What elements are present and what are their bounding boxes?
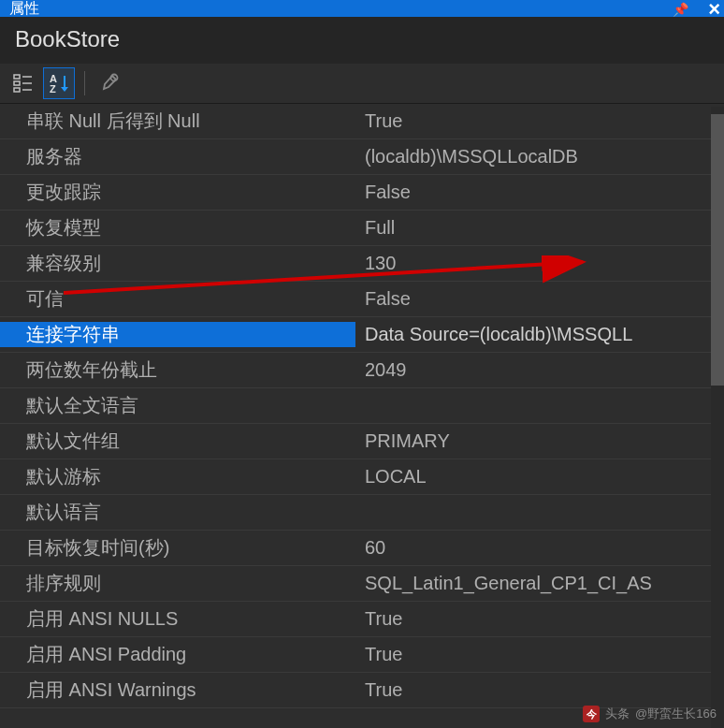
svg-rect-2 [14, 88, 20, 92]
property-row[interactable]: 可信False [0, 282, 724, 317]
toolbar-separator [84, 71, 85, 95]
property-row[interactable]: 恢复模型Full [0, 211, 724, 246]
property-value[interactable]: True [355, 110, 724, 132]
property-name: 目标恢复时间(秒) [0, 535, 355, 561]
property-name: 兼容级别 [0, 251, 355, 276]
property-value[interactable]: 130 [355, 253, 724, 274]
property-name: 默认游标 [0, 464, 355, 489]
property-row[interactable]: 启用 ANSI NULLSTrue [0, 602, 724, 637]
watermark-author: @野蛮生长166 [635, 706, 717, 722]
property-name: 恢复模型 [0, 215, 355, 240]
property-name: 更改跟踪 [0, 180, 355, 205]
svg-rect-1 [14, 81, 20, 85]
property-row[interactable]: 默认语言 [0, 495, 724, 531]
window-title: 属性 [9, 0, 39, 17]
property-value[interactable]: Full [355, 217, 724, 239]
property-name: 服务器 [0, 144, 355, 169]
property-row[interactable]: 串联 Null 后得到 NullTrue [0, 104, 724, 139]
property-value[interactable]: 60 [355, 537, 724, 559]
svg-text:Z: Z [50, 83, 56, 95]
property-name: 默认文件组 [0, 429, 355, 454]
object-name: BookStore [15, 26, 120, 51]
property-value[interactable]: True [355, 608, 724, 630]
svg-marker-9 [61, 87, 68, 92]
property-row[interactable]: 更改跟踪False [0, 175, 724, 211]
property-row[interactable]: 默认游标LOCAL [0, 459, 724, 495]
property-row[interactable]: 服务器(localdb)\MSSQLLocalDB [0, 139, 724, 175]
property-name: 默认全文语言 [0, 393, 355, 418]
property-name: 两位数年份截止 [0, 357, 355, 383]
property-name: 可信 [0, 286, 355, 312]
property-name: 排序规则 [0, 571, 355, 596]
close-icon[interactable]: × [708, 0, 720, 17]
property-value[interactable]: False [355, 182, 724, 203]
watermark: 今 头条 @野蛮生长166 [583, 706, 717, 722]
property-row[interactable]: 默认文件组PRIMARY [0, 424, 724, 459]
property-name: 串联 Null 后得到 Null [0, 109, 355, 134]
svg-rect-0 [14, 75, 20, 79]
properties-icon-button[interactable] [94, 67, 126, 99]
property-row[interactable]: 默认全文语言 [0, 388, 724, 424]
property-row[interactable]: 启用 ANSI PaddingTrue [0, 637, 724, 673]
pin-icon[interactable]: 📌 [673, 2, 688, 17]
property-value[interactable]: LOCAL [355, 466, 724, 488]
scrollbar[interactable] [711, 107, 724, 728]
property-name: 默认语言 [0, 500, 355, 525]
property-value[interactable]: Data Source=(localdb)\MSSQLL [355, 324, 724, 345]
alphabetical-view-button[interactable]: A Z [43, 67, 75, 99]
property-row[interactable]: 两位数年份截止2049 [0, 353, 724, 388]
watermark-label: 头条 [605, 706, 630, 722]
property-row[interactable]: 连接字符串Data Source=(localdb)\MSSQLL [0, 317, 724, 353]
properties-header: BookStore [0, 17, 724, 64]
property-grid[interactable]: 串联 Null 后得到 NullTrue服务器(localdb)\MSSQLLo… [0, 104, 724, 725]
property-value[interactable]: PRIMARY [355, 430, 724, 452]
property-value[interactable]: 2049 [355, 359, 724, 381]
property-row[interactable]: 排序规则SQL_Latin1_General_CP1_CI_AS [0, 566, 724, 602]
property-value[interactable]: True [355, 679, 724, 701]
property-value[interactable]: SQL_Latin1_General_CP1_CI_AS [355, 573, 724, 594]
property-name: 启用 ANSI NULLS [0, 606, 355, 632]
property-value[interactable]: True [355, 644, 724, 665]
property-row[interactable]: 兼容级别130 [0, 246, 724, 282]
property-name: 启用 ANSI Padding [0, 642, 355, 667]
watermark-logo-icon: 今 [583, 706, 600, 722]
categorized-view-button[interactable] [7, 67, 39, 99]
toolbar: A Z [0, 64, 724, 104]
property-row[interactable]: 启用 ANSI WarningsTrue [0, 673, 724, 708]
property-name: 启用 ANSI Warnings [0, 677, 355, 703]
property-name: 连接字符串 [0, 322, 355, 347]
scrollbar-thumb[interactable] [711, 114, 724, 386]
property-value[interactable]: False [355, 288, 724, 310]
title-bar: 属性 📌 × [0, 0, 724, 17]
property-value[interactable]: (localdb)\MSSQLLocalDB [355, 146, 724, 167]
property-row[interactable]: 目标恢复时间(秒)60 [0, 531, 724, 566]
